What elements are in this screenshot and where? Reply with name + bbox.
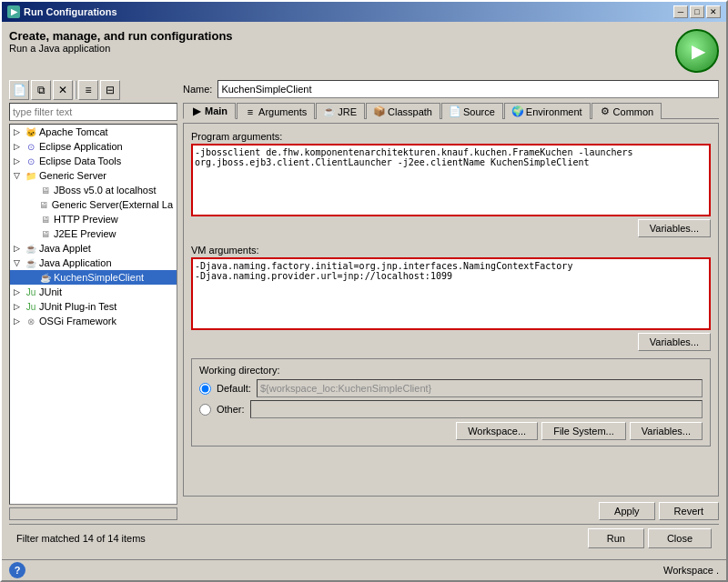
filter-button[interactable]: ≡	[78, 80, 98, 100]
help-icon[interactable]: ?	[9, 562, 25, 578]
tree-item-junit[interactable]: ▷ Ju JUnit	[10, 285, 177, 299]
tabs-container: ▶ Main ≡ Arguments ☕ JRE 📦 Classpath	[183, 102, 719, 119]
config-tree[interactable]: ▷ 🐱 Apache Tomcat ▷ ⊙ Eclipse Applicatio…	[9, 124, 177, 505]
expand-icon: ▷	[14, 156, 23, 166]
tree-item-eclipse-app[interactable]: ▷ ⊙ Eclipse Application	[10, 139, 177, 154]
vm-args-label: VM arguments:	[191, 245, 711, 256]
filesystem-button[interactable]: File System...	[541, 422, 626, 440]
tree-item-java-applet[interactable]: ▷ ☕ Java Applet	[10, 241, 177, 256]
apply-button[interactable]: Apply	[599, 502, 655, 520]
tomcat-icon: 🐱	[25, 125, 37, 138]
other-dir-input[interactable]	[250, 400, 703, 418]
tree-item-label: Apache Tomcat	[39, 126, 108, 137]
other-radio[interactable]	[199, 404, 211, 416]
program-args-section: Program arguments: Variables...	[191, 131, 711, 237]
hscroll-area	[9, 507, 177, 520]
expand-icon: ▽	[14, 171, 23, 180]
vm-args-input[interactable]	[191, 257, 711, 330]
delete-config-button[interactable]: ✕	[53, 80, 73, 100]
minimize-button[interactable]: ─	[673, 5, 688, 18]
maximize-button[interactable]: □	[690, 5, 704, 18]
run-button[interactable]: Run	[588, 528, 644, 548]
tab-main[interactable]: ▶ Main	[183, 103, 236, 119]
tab-source[interactable]: 📄 Source	[441, 103, 503, 119]
tree-item-tomcat[interactable]: ▷ 🐱 Apache Tomcat	[10, 125, 177, 139]
header-text: Create, manage, and run configurations R…	[9, 29, 233, 54]
program-vars-btn-row: Variables...	[191, 219, 711, 237]
kuchen-icon: ☕	[39, 271, 52, 284]
name-input[interactable]	[217, 80, 719, 98]
default-radio[interactable]	[199, 383, 211, 395]
tree-item-eclipse-data[interactable]: ▷ ⊙ Eclipse Data Tools	[10, 154, 177, 168]
server-icon: 🖥	[39, 184, 52, 196]
filter-input[interactable]	[9, 103, 177, 121]
tab-jre[interactable]: ☕ JRE	[316, 103, 365, 119]
tree-item-osgi[interactable]: ▷ ⊗ OSGi Framework	[10, 314, 177, 328]
server-ext-icon: 🖥	[37, 198, 50, 211]
name-row: Name:	[183, 80, 719, 98]
filter-box	[9, 103, 177, 121]
tree-item-label: OSGi Framework	[39, 316, 116, 326]
eclipse-data-icon: ⊙	[25, 155, 37, 167]
tree-item-label: JUnit Plug-in Test	[39, 301, 116, 312]
collapse-button[interactable]: ⊟	[100, 80, 120, 100]
folder-icon: 📁	[25, 169, 37, 182]
tab-common-label: Common	[613, 106, 654, 117]
tree-item-label: HTTP Preview	[54, 214, 118, 225]
tab-jre-label: JRE	[338, 106, 357, 117]
hscroll[interactable]	[9, 507, 177, 520]
tab-arguments[interactable]: ≡ Arguments	[237, 103, 315, 119]
tree-item-label: Generic Server	[39, 170, 106, 181]
apply-revert-row: Apply Revert	[183, 502, 719, 520]
program-args-input[interactable]	[191, 144, 711, 216]
title-bar-controls: ─ □ ✕	[673, 5, 721, 18]
junit-plugin-icon: Ju	[25, 300, 37, 313]
expand-icon: ▷	[14, 127, 23, 136]
other-radio-row: Other:	[199, 400, 703, 418]
program-args-area-wrap	[191, 144, 711, 216]
expand-icon: ▷	[14, 142, 23, 151]
tree-item-label: KuchenSimpleClient	[54, 272, 144, 283]
new-config-button[interactable]: 📄	[9, 80, 29, 100]
source-tab-icon: 📄	[450, 106, 460, 117]
tree-item-jboss[interactable]: 🖥 JBoss v5.0 at localhost	[10, 183, 177, 197]
close-button[interactable]: ✕	[706, 5, 721, 18]
j2ee-icon: 🖥	[39, 227, 52, 240]
duplicate-config-button[interactable]: ⧉	[31, 80, 51, 100]
program-args-label: Program arguments:	[191, 131, 711, 142]
vm-args-area-wrap	[191, 257, 711, 330]
tab-environment[interactable]: 🌍 Environment	[504, 103, 591, 119]
default-radio-row: Default:	[199, 379, 703, 397]
tab-common[interactable]: ⚙ Common	[592, 103, 662, 119]
vm-variables-button[interactable]: Variables...	[638, 333, 711, 351]
java-app-icon: ☕	[25, 256, 37, 269]
http-icon: 🖥	[39, 213, 52, 226]
tab-classpath[interactable]: 📦 Classpath	[366, 103, 440, 119]
run-icon	[675, 29, 719, 73]
tree-item-label: J2EE Preview	[54, 228, 116, 239]
filter-status: Filter matched 14 of 14 items	[16, 533, 146, 544]
workspace-text: Workspace .	[663, 565, 719, 576]
tree-item-generic-server[interactable]: ▽ 📁 Generic Server	[10, 168, 177, 183]
revert-button[interactable]: Revert	[659, 502, 719, 520]
tree-item-j2ee[interactable]: 🖥 J2EE Preview	[10, 226, 177, 241]
dir-variables-button[interactable]: Variables...	[630, 422, 703, 440]
tree-item-generic-ext[interactable]: 🖥 Generic Server(External La	[10, 197, 177, 212]
close-dialog-button[interactable]: Close	[648, 528, 712, 548]
tree-item-java-app[interactable]: ▽ ☕ Java Application	[10, 256, 177, 270]
toolbar-separator	[75, 81, 76, 99]
tab-environment-label: Environment	[526, 106, 582, 117]
tab-classpath-label: Classpath	[388, 106, 432, 117]
tree-item-junit-plugin[interactable]: ▷ Ju JUnit Plug-in Test	[10, 299, 177, 314]
tree-item-http[interactable]: 🖥 HTTP Preview	[10, 212, 177, 226]
header-subtitle: Run a Java application	[9, 43, 233, 54]
header-title: Create, manage, and run configurations	[9, 29, 233, 43]
name-label: Name:	[183, 84, 212, 95]
run-configurations-window: ▶ Run Configurations ─ □ ✕ Create, manag…	[0, 0, 728, 582]
tree-item-kuchen[interactable]: ☕ KuchenSimpleClient	[10, 270, 177, 285]
program-variables-button[interactable]: Variables...	[638, 219, 711, 237]
bottom-bar: Filter matched 14 of 14 items Run Close	[9, 524, 719, 552]
tab-arguments-label: Arguments	[258, 106, 307, 117]
vm-args-section: VM arguments: Variables...	[191, 245, 711, 351]
workspace-button[interactable]: Workspace...	[456, 422, 538, 440]
